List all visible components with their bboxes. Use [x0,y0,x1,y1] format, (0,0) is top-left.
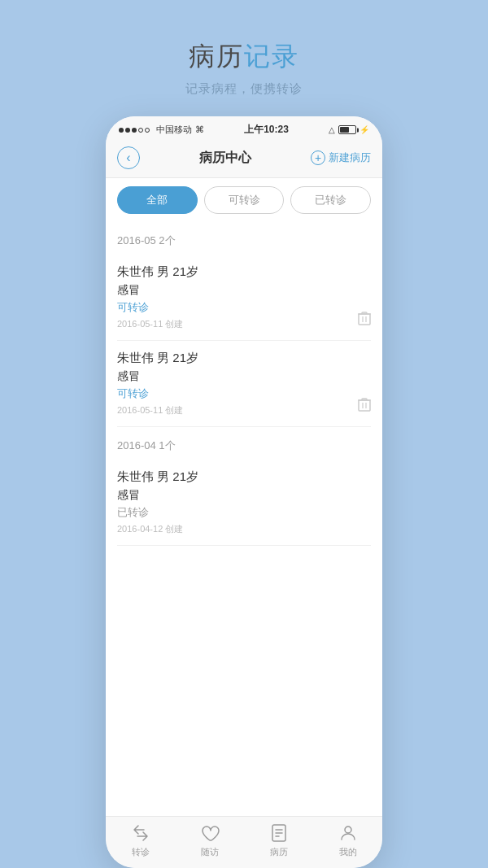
nav-title: 病历中心 [199,150,251,167]
page-title: 病历记录 [185,39,303,75]
charging-icon: ⚡ [359,125,369,134]
record-status-2: 可转诊 [117,386,371,401]
follow-label: 随访 [201,846,219,858]
transfer-icon [131,823,150,843]
record-diagnosis-1: 感冒 [117,283,371,298]
record-status-3: 已转诊 [117,505,371,520]
status-right: △ ⚡ [329,125,369,134]
nav-bar: ‹ 病历中心 + 新建病历 [106,140,382,178]
bottom-tab-record[interactable]: 病历 [244,823,313,858]
tab-transferred[interactable]: 已转诊 [290,186,371,214]
mine-icon [338,823,358,843]
record-diagnosis-3: 感冒 [117,488,371,503]
record-patient-2: 朱世伟 男 21岁 [117,351,371,366]
status-bar: 中国移动 ⌘ 上午10:23 △ ⚡ [106,116,382,140]
bottom-tab-bar: 转诊 随访 病历 我的 [106,816,382,868]
date-group-1-label: 2016-05 2个 [117,222,371,255]
record-date-3: 2016-04-12 创建 [117,523,371,535]
delete-button-2[interactable] [358,397,371,415]
page-subtitle: 记录病程，便携转诊 [185,81,303,97]
content-area: 2016-05 2个 朱世伟 男 21岁 感冒 可转诊 2016-05-11 创… [106,222,382,816]
record-card-1[interactable]: 朱世伟 男 21岁 感冒 可转诊 2016-05-11 创建 [117,255,371,341]
record-status-1: 可转诊 [117,300,371,315]
plus-icon: + [311,150,325,165]
back-button[interactable]: ‹ [117,146,140,169]
record-card-3[interactable]: 朱世伟 男 21岁 感冒 已转诊 2016-04-12 创建 [117,460,371,546]
battery-icon: △ [329,125,335,134]
record-date-2: 2016-05-11 创建 [117,404,371,417]
back-icon: ‹ [126,151,130,164]
record-card-2[interactable]: 朱世伟 男 21岁 感冒 可转诊 2016-05-11 创建 [117,341,371,427]
dot4 [138,128,143,133]
svg-rect-4 [359,400,370,411]
svg-rect-0 [359,314,370,325]
record-patient-1: 朱世伟 男 21岁 [117,264,371,280]
date-group-2-label: 2016-04 1个 [117,427,371,460]
record-patient-3: 朱世伟 男 21岁 [117,469,371,485]
record-icon [269,823,289,843]
bottom-tab-follow[interactable]: 随访 [175,823,244,858]
record-diagnosis-2: 感冒 [117,369,371,384]
filter-tabs: 全部 可转诊 已转诊 [106,178,382,222]
mine-label: 我的 [339,846,357,858]
new-record-label: 新建病历 [329,150,371,165]
signal-dots [119,128,150,133]
transfer-label: 转诊 [132,846,150,858]
delete-button-1[interactable] [358,311,371,329]
tab-all[interactable]: 全部 [117,186,198,214]
battery-bar [338,125,356,134]
dot2 [125,128,130,133]
dot1 [119,128,124,133]
battery-fill [340,127,349,133]
phone-mockup: 中国移动 ⌘ 上午10:23 △ ⚡ ‹ 病历中心 + 新建病历 全部 可转诊 [106,116,382,868]
bottom-tab-transfer[interactable]: 转诊 [106,823,175,858]
wifi-icon: ⌘ [195,124,204,135]
new-record-button[interactable]: + 新建病历 [311,150,371,165]
status-left: 中国移动 ⌘ [119,124,204,136]
tab-transferable[interactable]: 可转诊 [204,186,285,214]
page-header: 病历记录 记录病程，便携转诊 [185,39,303,97]
follow-icon [200,823,220,843]
carrier-label: 中国移动 [156,124,192,136]
record-label: 病历 [270,846,288,858]
record-date-1: 2016-05-11 创建 [117,318,371,330]
status-time: 上午10:23 [244,123,289,137]
dot3 [132,128,137,133]
dot5 [145,128,150,133]
bottom-tab-mine[interactable]: 我的 [313,823,382,858]
svg-point-12 [345,827,351,833]
